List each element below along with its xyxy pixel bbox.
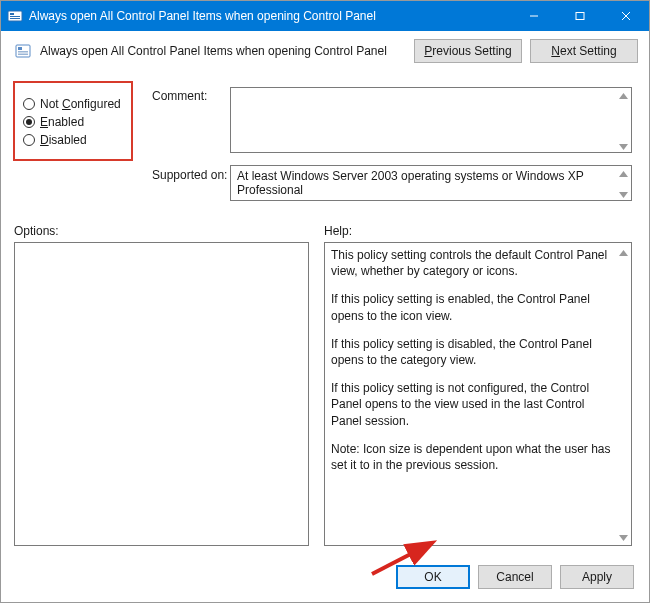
supported-on-label: Supported on: [152,168,227,182]
radio-disabled[interactable]: Disabled [23,133,123,147]
help-text: If this policy setting is not configured… [331,380,617,429]
help-text: If this policy setting is disabled, the … [331,336,617,368]
next-setting-button[interactable]: Next Setting [530,39,638,63]
radio-label: Not Configured [40,97,121,111]
supported-scrollbar[interactable] [618,168,629,200]
scroll-down-icon[interactable] [618,141,629,152]
svg-rect-2 [10,16,20,17]
svg-marker-13 [619,144,628,150]
svg-marker-15 [619,192,628,198]
scroll-down-icon[interactable] [618,189,629,200]
help-scrollbar[interactable] [618,247,629,543]
header-row: Always open All Control Panel Items when… [2,31,648,69]
help-text: This policy setting controls the default… [331,247,617,279]
help-label: Help: [324,224,352,238]
ok-button[interactable]: OK [396,565,470,589]
radio-label: Enabled [40,115,84,129]
scroll-up-icon[interactable] [618,247,629,258]
client-area: Always open All Control Panel Items when… [2,31,648,601]
scroll-up-icon[interactable] [618,90,629,101]
radio-enabled[interactable]: Enabled [23,115,123,129]
options-label: Options: [14,224,59,238]
svg-marker-16 [619,250,628,256]
supported-on-box: At least Windows Server 2003 operating s… [230,165,632,201]
minimize-button[interactable] [511,1,557,31]
policy-icon [14,42,32,60]
radio-not-configured[interactable]: Not Configured [23,97,123,111]
comment-scrollbar[interactable] [618,90,629,152]
window-title: Always open All Control Panel Items when… [29,9,511,23]
comment-label: Comment: [152,89,207,103]
cancel-button[interactable]: Cancel [478,565,552,589]
svg-marker-14 [619,171,628,177]
help-text: Note: Icon size is dependent upon what t… [331,441,617,473]
help-panel: This policy setting controls the default… [324,242,632,546]
apply-button[interactable]: Apply [560,565,634,589]
svg-marker-17 [619,535,628,541]
svg-rect-1 [10,13,14,15]
scroll-up-icon[interactable] [618,168,629,179]
maximize-button[interactable] [557,1,603,31]
titlebar: Always open All Control Panel Items when… [1,1,649,31]
close-button[interactable] [603,1,649,31]
options-panel [14,242,309,546]
header-title: Always open All Control Panel Items when… [40,44,406,58]
app-icon [7,8,23,24]
dialog-buttons: OK Cancel Apply [396,565,634,589]
svg-marker-12 [619,93,628,99]
svg-rect-11 [18,54,28,56]
state-radio-group: Not Configured Enabled Disabled [13,81,133,161]
comment-textarea[interactable] [230,87,632,153]
previous-setting-button[interactable]: Previous Setting [414,39,522,63]
radio-label: Disabled [40,133,87,147]
svg-rect-3 [10,18,20,19]
supported-on-value: At least Windows Server 2003 operating s… [237,169,584,197]
radio-icon [23,134,35,146]
svg-rect-10 [18,51,28,53]
help-text: If this policy setting is enabled, the C… [331,291,617,323]
svg-rect-5 [576,13,584,20]
svg-rect-9 [18,47,22,50]
radio-icon [23,116,35,128]
radio-icon [23,98,35,110]
scroll-down-icon[interactable] [618,532,629,543]
